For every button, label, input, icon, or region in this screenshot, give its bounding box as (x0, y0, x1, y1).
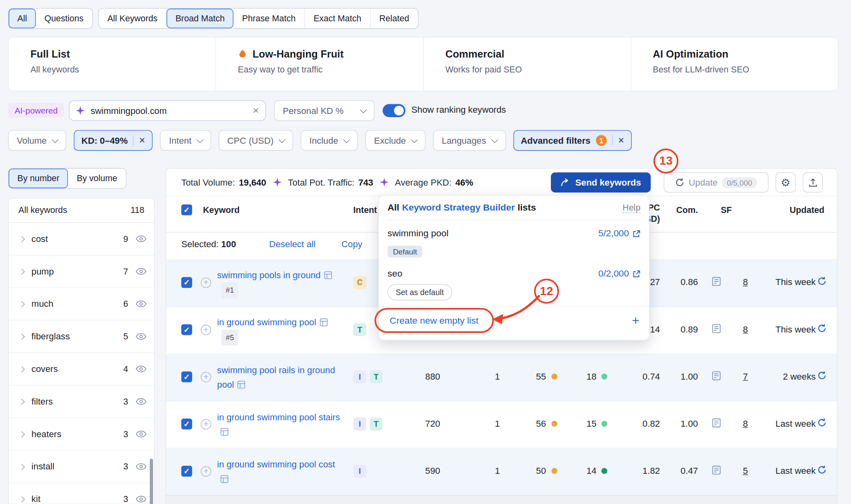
serp-preview-icon[interactable] (712, 465, 721, 475)
refresh-icon[interactable] (817, 371, 826, 380)
keyword-group-row[interactable]: cost 9 (9, 223, 154, 256)
cpc-value: 1.82 (616, 466, 660, 476)
add-keyword-icon[interactable]: + (201, 419, 211, 430)
add-keyword-icon[interactable]: + (201, 325, 211, 335)
remove-advanced-filters-icon[interactable]: × (618, 134, 624, 147)
row-checkbox[interactable]: ✓ (181, 277, 192, 288)
cpc-filter[interactable]: CPC (USD) (218, 130, 293, 151)
deselect-all-link[interactable]: Deselect all (269, 239, 315, 250)
settings-button[interactable]: ⚙ (776, 172, 796, 192)
eye-icon[interactable] (136, 366, 147, 373)
keyword-group-row[interactable]: filters 3 (9, 386, 154, 418)
keyword-group-row[interactable]: much 6 (9, 288, 154, 320)
keyword-group-row[interactable]: fiberglass 5 (9, 320, 154, 353)
intent-filter[interactable]: Intent (160, 130, 211, 151)
serp-preview-icon[interactable] (712, 371, 721, 380)
ksb-link[interactable]: Keyword Strategy Builder (402, 202, 515, 213)
sf-link[interactable]: 7 (732, 372, 748, 382)
tab-exact-match[interactable]: Exact Match (305, 9, 371, 28)
tab-by-number[interactable]: By number (9, 169, 68, 188)
remove-kd-filter-icon[interactable]: × (139, 134, 145, 147)
row-checkbox[interactable]: ✓ (181, 419, 192, 430)
send-keywords-button[interactable]: Send keywords (551, 172, 651, 192)
add-keyword-icon[interactable]: + (201, 372, 211, 382)
sf-link[interactable]: 5 (732, 466, 748, 476)
eye-icon[interactable] (136, 333, 147, 340)
tab-all[interactable]: All (9, 9, 36, 28)
personal-kd-dropdown[interactable]: Personal KD % (274, 100, 374, 121)
eye-icon[interactable] (136, 430, 147, 438)
tab-phrase-match[interactable]: Phrase Match (233, 9, 305, 28)
keyword-cell[interactable]: in ground swimming pool cost (217, 457, 347, 486)
update-button[interactable]: Update 0/5,000 (664, 172, 768, 192)
row-checkbox[interactable]: ✓ (181, 372, 192, 382)
tab-by-volume[interactable]: By volume (68, 169, 126, 188)
sidebar-scrollbar[interactable] (150, 459, 153, 504)
refresh-icon[interactable] (817, 324, 826, 333)
list-quota-link[interactable]: 5/2,000 (598, 228, 641, 239)
refresh-icon[interactable] (817, 418, 826, 427)
serp-preview-icon[interactable] (712, 324, 721, 333)
header-updated[interactable]: Updated (755, 205, 824, 215)
volume-filter[interactable]: Volume (8, 130, 66, 151)
serp-preview-icon[interactable] (712, 277, 721, 286)
sf-link[interactable]: 8 (732, 277, 748, 287)
help-link[interactable]: Help (623, 202, 640, 213)
header-com[interactable]: Com. (668, 205, 698, 215)
keyword-group-row[interactable]: kit 3 (9, 483, 154, 504)
eye-icon[interactable] (136, 398, 147, 405)
row-checkbox[interactable]: ✓ (181, 324, 192, 335)
tab-related[interactable]: Related (371, 9, 418, 28)
domain-search-input[interactable]: × (69, 100, 266, 121)
clear-search-icon[interactable]: × (253, 105, 259, 117)
card-low-hanging-fruit[interactable]: Low-Hanging Fruit Easy way to get traffi… (216, 37, 423, 91)
refresh-icon[interactable] (817, 277, 826, 286)
domain-search-field[interactable] (89, 105, 253, 116)
list-quota-link[interactable]: 0/2,000 (598, 269, 641, 279)
include-filter[interactable]: Include (301, 130, 358, 151)
eye-icon[interactable] (136, 235, 147, 243)
show-ranking-keywords-toggle[interactable] (383, 104, 406, 117)
refresh-icon[interactable] (817, 465, 826, 475)
sf-link[interactable]: 8 (732, 419, 748, 429)
tab-all-keywords[interactable]: All Keywords (99, 9, 167, 28)
serp-features-icon (320, 318, 328, 326)
add-keyword-icon[interactable]: + (201, 278, 211, 288)
tab-broad-match[interactable]: Broad Match (167, 9, 233, 28)
header-sf[interactable]: SF (721, 205, 732, 215)
select-all-checkbox[interactable]: ✓ (181, 204, 192, 215)
kd-filter-chip[interactable]: KD: 0–49% × (74, 130, 153, 151)
exclude-filter[interactable]: Exclude (365, 130, 426, 151)
keyword-cell[interactable]: in ground swimming pool stairs (217, 410, 347, 439)
serp-preview-icon[interactable] (712, 418, 721, 428)
card-full-list[interactable]: Full List All keywords (9, 37, 216, 91)
export-button[interactable] (803, 172, 823, 192)
row-checkbox[interactable]: ✓ (181, 466, 192, 477)
keyword-cell[interactable]: in ground swimming pool#5 (217, 315, 347, 345)
create-new-list-link[interactable]: Create new empty list (390, 316, 478, 326)
eye-icon[interactable] (136, 463, 147, 470)
copy-link[interactable]: Copy (341, 239, 362, 250)
card-ai-optimization[interactable]: AI Optimization Best for LLM-driven SEO (631, 37, 838, 91)
advanced-filters-chip[interactable]: Advanced filters 1 × (513, 130, 632, 151)
eye-icon[interactable] (136, 268, 147, 275)
set-as-default-button[interactable]: Set as default (388, 284, 452, 300)
sparkle-icon (76, 106, 85, 115)
sf-link[interactable]: 8 (732, 324, 748, 335)
languages-filter[interactable]: Languages (433, 130, 506, 151)
all-keywords-header[interactable]: All keywords118 (9, 198, 154, 223)
keyword-cell[interactable]: swimming pools in ground#1 (217, 268, 347, 298)
keyword-group-row[interactable]: covers 4 (9, 353, 154, 386)
add-keyword-icon[interactable]: + (201, 466, 211, 477)
card-commercial[interactable]: Commercial Works for paid SEO (423, 37, 631, 91)
eye-icon[interactable] (136, 496, 147, 503)
intent-badges: T (353, 323, 366, 336)
eye-icon[interactable] (136, 300, 147, 308)
keyword-group-row[interactable]: install 3 (9, 450, 154, 483)
plus-icon[interactable]: + (632, 314, 639, 328)
chevron-right-icon (19, 463, 25, 469)
keyword-group-row[interactable]: pump 7 (9, 255, 154, 288)
tab-questions[interactable]: Questions (36, 9, 92, 28)
keyword-cell[interactable]: swimming pool rails in ground pool (217, 362, 347, 392)
keyword-group-row[interactable]: heaters 3 (9, 418, 154, 450)
